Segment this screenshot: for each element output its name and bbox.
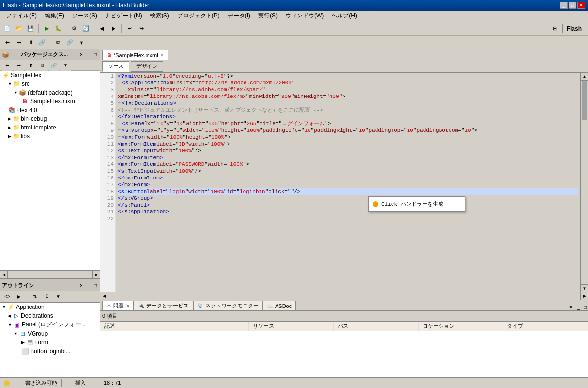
menu-help[interactable]: ヘルプ(H) bbox=[327, 11, 361, 21]
outline-max-button[interactable]: □ bbox=[92, 282, 98, 289]
pkg-back-button[interactable]: ⬅ bbox=[2, 60, 13, 71]
tree-item-flex40[interactable]: 📚 Flex 4.0 bbox=[0, 106, 100, 114]
menu-file[interactable]: ファイル(E) bbox=[2, 11, 41, 21]
new-button[interactable]: 📄 bbox=[2, 23, 13, 34]
pkg-forward-button[interactable]: ➡ bbox=[14, 60, 24, 71]
outline-close-button[interactable]: ✕ bbox=[78, 282, 84, 289]
pkg-min-button[interactable]: _ bbox=[85, 51, 91, 58]
editor-tab-samplemxml[interactable]: 🗎 *SampleFlex.mxml ✕ bbox=[102, 50, 168, 60]
scroll-up-button[interactable]: ▲ bbox=[581, 73, 588, 81]
undo-button[interactable]: ↩ bbox=[124, 23, 135, 34]
tree-item-src[interactable]: ▼ 📁 src bbox=[0, 80, 100, 88]
editor-scroll-right[interactable]: ▶ bbox=[580, 292, 588, 300]
outline-item-panel[interactable]: ▼ ▣ Panel (ログインフォー... bbox=[0, 320, 100, 329]
vgroup-icon: ⊟ bbox=[19, 330, 27, 338]
code-editor-content[interactable]: <?xml version="1.0" encoding="utf-8"?> −… bbox=[116, 73, 580, 292]
menu-source[interactable]: ソース(S) bbox=[68, 11, 101, 21]
scroll-thumb[interactable] bbox=[582, 81, 587, 120]
pkg-up-button[interactable]: ⬆ bbox=[25, 60, 36, 71]
tree-item-libs[interactable]: ▶ 📁 libs bbox=[0, 132, 100, 141]
outline-item-vgroup[interactable]: ▼ ⊟ VGroup bbox=[0, 329, 100, 338]
tree-item-html-template[interactable]: ▶ 📁 html-template bbox=[0, 123, 100, 132]
pkg-max-button[interactable]: □ bbox=[92, 51, 98, 58]
next-button[interactable]: ▶ bbox=[108, 23, 119, 34]
tree-item-default-pkg[interactable]: ▼ 📦 (default package) bbox=[0, 88, 100, 97]
bottom-panel-menu-button[interactable]: ▼ bbox=[567, 304, 574, 310]
bottom-panel-max-button[interactable]: □ bbox=[582, 304, 588, 310]
source-toggle-button[interactable]: ソース bbox=[102, 61, 129, 72]
editor-horiz-scrollbar[interactable]: ◀ ▶ bbox=[100, 292, 588, 300]
bottom-tab-problems[interactable]: ⚠ 問題 ✕ bbox=[102, 301, 134, 310]
menu-run[interactable]: 実行(S) bbox=[254, 11, 281, 21]
pkg-close-button[interactable]: ✕ bbox=[78, 51, 84, 58]
outline-btn-5[interactable]: ▼ bbox=[53, 291, 64, 302]
tree-item-samplemxml[interactable]: 🗎 SampleFlex.mxm bbox=[0, 97, 100, 106]
outline-item-form[interactable]: ▶ ▤ Form bbox=[0, 338, 100, 347]
scroll-down-button[interactable]: ▼ bbox=[581, 284, 588, 292]
html-template-icon: 📁 bbox=[12, 124, 20, 131]
link-button[interactable]: 🔗 bbox=[65, 37, 75, 48]
outline-item-application[interactable]: ▼ ⚡ Application bbox=[0, 303, 100, 311]
menu-edit[interactable]: 編集(E) bbox=[41, 11, 68, 21]
redo-button[interactable]: ↪ bbox=[136, 23, 147, 34]
outline-btn-4[interactable]: ↧ bbox=[41, 291, 52, 302]
pkg-link-button[interactable]: 🔗 bbox=[49, 60, 59, 71]
forward-nav-button[interactable]: ➡ bbox=[14, 37, 24, 48]
minimize-button[interactable]: _ bbox=[560, 2, 568, 9]
open-button[interactable]: 📂 bbox=[14, 23, 24, 34]
editor-scroll-left[interactable]: ◀ bbox=[100, 292, 108, 300]
bottom-tab-asdoc[interactable]: 📖 ASDoc bbox=[263, 301, 296, 310]
maximize-button[interactable]: □ bbox=[569, 2, 576, 9]
bottom-tab-network[interactable]: 📡 ネットワークモニター bbox=[193, 301, 263, 310]
context-menu-item-generate-handler[interactable]: Click ハンドラーを生成 bbox=[369, 199, 465, 210]
pkg-collapse-button[interactable]: ⧉ bbox=[37, 60, 48, 71]
run-button[interactable]: ▶ bbox=[41, 23, 52, 34]
pkg-more-button[interactable]: ▼ bbox=[60, 60, 71, 71]
tree-item-bin-debug[interactable]: ▶ 📁 bin-debug bbox=[0, 114, 100, 123]
editor-vertical-scrollbar[interactable]: ▲ ▼ bbox=[580, 73, 588, 292]
outline-item-button[interactable]: ⬜ Button loginbt... bbox=[0, 347, 100, 356]
collapse-button[interactable]: ⧉ bbox=[53, 37, 64, 48]
menu-project[interactable]: プロジェクト(P) bbox=[173, 11, 224, 21]
fold-button-5[interactable]: − bbox=[118, 100, 121, 107]
code-line-22 bbox=[118, 215, 578, 222]
build-button[interactable]: ⚙ bbox=[69, 23, 80, 34]
context-item-label: Click ハンドラーを生成 bbox=[381, 201, 443, 208]
button-icon: ⬜ bbox=[21, 347, 29, 355]
close-button[interactable]: ✕ bbox=[577, 2, 585, 9]
outline-btn-2[interactable]: ▶ bbox=[14, 291, 24, 302]
outline-btn-1[interactable]: <> bbox=[2, 291, 13, 302]
menu-search[interactable]: 検索(S) bbox=[146, 11, 173, 21]
flash-badge[interactable]: Flash bbox=[562, 24, 586, 33]
outline-item-declarations[interactable]: ◀ ▷ Declarations bbox=[0, 311, 100, 320]
clean-button[interactable]: 🔄 bbox=[81, 23, 91, 34]
outline-min-button[interactable]: _ bbox=[85, 282, 91, 289]
debug-button[interactable]: 🐛 bbox=[53, 23, 64, 34]
perspective-button[interactable]: ⊞ bbox=[550, 23, 560, 34]
line-num-1: 1 bbox=[100, 73, 114, 80]
prev-button[interactable]: ◀ bbox=[97, 23, 107, 34]
pkg-horiz-scrollbar[interactable]: ◀ ▶ bbox=[0, 271, 100, 278]
bottom-panel-min-button[interactable]: _ bbox=[575, 304, 581, 310]
fold-button-8[interactable]: − bbox=[118, 120, 121, 127]
save-button[interactable]: 💾 bbox=[25, 23, 36, 34]
fold-button-9[interactable]: − bbox=[118, 127, 121, 134]
bin-debug-icon: 📁 bbox=[12, 115, 20, 123]
up-nav-button[interactable]: ⬆ bbox=[25, 37, 36, 48]
back-nav-button[interactable]: ⬅ bbox=[2, 37, 13, 48]
design-toggle-button[interactable]: デザイン bbox=[131, 61, 163, 72]
menu-window[interactable]: ウィンドウ(W) bbox=[281, 11, 327, 21]
fold-button-2[interactable]: − bbox=[118, 80, 121, 86]
outline-btn-3[interactable]: ⇅ bbox=[30, 291, 40, 302]
tab-close-button[interactable]: ✕ bbox=[160, 52, 164, 58]
menu-extra-button[interactable]: ▼ bbox=[76, 37, 87, 48]
sync-button[interactable]: 🔗 bbox=[37, 37, 48, 48]
pkg-scroll-right[interactable]: ▶ bbox=[92, 271, 100, 279]
pkg-scroll-left[interactable]: ◀ bbox=[0, 271, 8, 279]
menu-navigate[interactable]: ナビゲート(N) bbox=[101, 11, 146, 21]
bottom-tab-problems-close[interactable]: ✕ bbox=[126, 303, 130, 308]
menu-data[interactable]: データ(I) bbox=[224, 11, 254, 21]
fold-button-10[interactable]: − bbox=[118, 134, 121, 141]
tree-item-sampleflex[interactable]: ⚡ SampleFlex bbox=[0, 71, 100, 80]
bottom-tab-data[interactable]: 🔌 データとサービス bbox=[134, 301, 193, 310]
